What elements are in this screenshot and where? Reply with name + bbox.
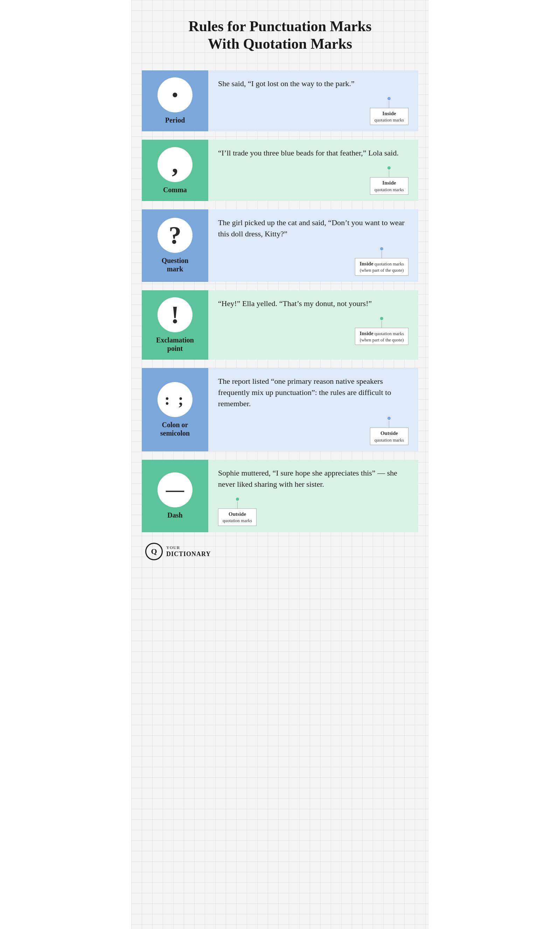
dash-dot [236, 498, 239, 501]
comma-line [389, 170, 389, 177]
exclamation-symbol: ! [171, 302, 179, 327]
comma-ann-rest: quotation marks [375, 187, 404, 192]
row-question: ? Question mark The girl picked up the c… [142, 209, 418, 282]
logo-icon: Q [145, 543, 163, 560]
comma-ann-bold: Inside [382, 180, 396, 185]
icon-cell-period: • Period [142, 71, 208, 132]
period-symbol: • [172, 86, 178, 103]
dash-label: Dash [167, 511, 182, 519]
icon-cell-question: ? Question mark [142, 209, 208, 282]
question-example: The girl picked up the cat and said, “Do… [218, 217, 409, 239]
dash-example: Sophie muttered, “I sure hope she apprec… [218, 468, 409, 490]
content-cell-exclamation: “Hey!” Ella yelled. “That’s my donut, no… [208, 290, 418, 360]
content-cell-question: The girl picked up the cat and said, “Do… [208, 209, 418, 282]
colon-ann-box: Outside quotation marks [370, 428, 409, 445]
logo-your: YOUR [166, 545, 211, 550]
comma-ann-box: Inside quotation marks [370, 177, 409, 195]
exclamation-ann-bold: Inside [360, 331, 373, 336]
icon-circle-exclamation: ! [158, 297, 193, 332]
period-annotation: Inside quotation marks [218, 97, 409, 125]
comma-symbol: , [172, 153, 178, 176]
exclamation-ann-container: Inside quotation marks (when part of the… [355, 317, 409, 345]
question-line [381, 251, 382, 258]
question-ann-box: Inside quotation marks (when part of the… [355, 258, 409, 276]
colon-ann-bold: Outside [381, 430, 398, 436]
dash-ann-box: Outside quotation marks [218, 509, 257, 526]
question-label: Question mark [162, 256, 189, 273]
question-ann-bold: Inside [360, 261, 373, 267]
dash-ann-container: Outside quotation marks [218, 498, 257, 526]
question-dot [380, 247, 383, 250]
content-cell-comma: “I’ll trade you three blue beads for tha… [208, 140, 418, 201]
icon-cell-exclamation: ! Exclamation point [142, 290, 208, 360]
period-ann-bold: Inside [382, 110, 396, 116]
exclamation-example: “Hey!” Ella yelled. “That’s my donut, no… [218, 298, 409, 309]
period-ann-box: Inside quotation marks [370, 108, 409, 125]
comma-ann-container: Inside quotation marks [370, 166, 409, 195]
icon-circle-dash: — [158, 472, 193, 507]
logo-symbol: Q [151, 547, 157, 556]
exclamation-ann-rest1: quotation marks [373, 331, 404, 336]
dash-annotation: Outside quotation marks [218, 498, 409, 526]
title-block: Rules for Punctuation Marks With Quotati… [142, 14, 418, 57]
row-dash: — Dash Sophie muttered, “I sure hope she… [142, 460, 418, 532]
icon-cell-comma: , Comma [142, 140, 208, 201]
row-period: • Period She said, “I got lost on the wa… [142, 71, 418, 132]
row-comma: , Comma “I’ll trade you three blue beads… [142, 140, 418, 201]
exclamation-line [381, 321, 382, 328]
colon-ann-rest: quotation marks [375, 437, 404, 443]
comma-example: “I’ll trade you three blue beads for tha… [218, 147, 409, 159]
logo-dictionary: DICTIONARY [166, 550, 211, 558]
page-title: Rules for Punctuation Marks With Quotati… [149, 17, 411, 53]
question-annotation: Inside quotation marks (when part of the… [218, 247, 409, 276]
exclamation-dot [380, 317, 383, 320]
exclamation-label: Exclamation point [156, 336, 194, 353]
dash-ann-rest: quotation marks [223, 518, 252, 523]
logo-area: Q YOUR DICTIONARY [142, 543, 418, 560]
comma-dot [387, 166, 390, 170]
question-symbol: ? [169, 223, 181, 248]
period-ann-container: Inside quotation marks [370, 97, 409, 125]
exclamation-ann-rest2: (when part of the quote) [360, 337, 404, 342]
period-example: She said, “I got lost on the way to the … [218, 78, 409, 89]
icon-circle-question: ? [158, 218, 193, 253]
question-ann-rest1: quotation marks [373, 261, 404, 267]
title-line2: With Quotation Marks [208, 36, 352, 52]
icon-circle-period: • [158, 77, 193, 112]
period-dot [387, 97, 390, 100]
colon-annotation: Outside quotation marks [218, 417, 409, 445]
content-cell-dash: Sophie muttered, “I sure hope she apprec… [208, 460, 418, 532]
icon-circle-colon: : ; [158, 382, 193, 417]
colon-symbol: : ; [165, 391, 185, 408]
period-label: Period [165, 116, 185, 124]
dash-symbol: — [166, 481, 184, 499]
question-ann-container: Inside quotation marks (when part of the… [355, 247, 409, 276]
question-ann-rest2: (when part of the quote) [360, 268, 404, 273]
icon-cell-colon: : ; Colon or semicolon [142, 368, 208, 451]
period-line [389, 101, 389, 108]
comma-annotation: Inside quotation marks [218, 166, 409, 195]
page-wrapper: Rules for Punctuation Marks With Quotati… [131, 0, 429, 929]
row-exclamation: ! Exclamation point “Hey!” Ella yelled. … [142, 290, 418, 360]
logo-text: YOUR DICTIONARY [166, 545, 211, 558]
colon-ann-container: Outside quotation marks [370, 417, 409, 445]
exclamation-annotation: Inside quotation marks (when part of the… [218, 317, 409, 345]
colon-example: The report listed “one primary reason na… [218, 376, 409, 409]
exclamation-ann-box: Inside quotation marks (when part of the… [355, 328, 409, 345]
icon-cell-dash: — Dash [142, 460, 208, 532]
colon-dot [387, 417, 390, 420]
content-cell-colon: The report listed “one primary reason na… [208, 368, 418, 451]
row-colon: : ; Colon or semicolon The report listed… [142, 368, 418, 451]
icon-circle-comma: , [158, 147, 193, 182]
comma-label: Comma [163, 185, 187, 194]
colon-line [389, 420, 389, 428]
content-cell-period: She said, “I got lost on the way to the … [208, 71, 418, 132]
dash-ann-bold: Outside [228, 511, 246, 517]
title-line1: Rules for Punctuation Marks [188, 18, 371, 34]
period-ann-rest: quotation marks [375, 117, 404, 123]
dash-line [237, 501, 238, 509]
colon-label: Colon or semicolon [160, 420, 190, 437]
